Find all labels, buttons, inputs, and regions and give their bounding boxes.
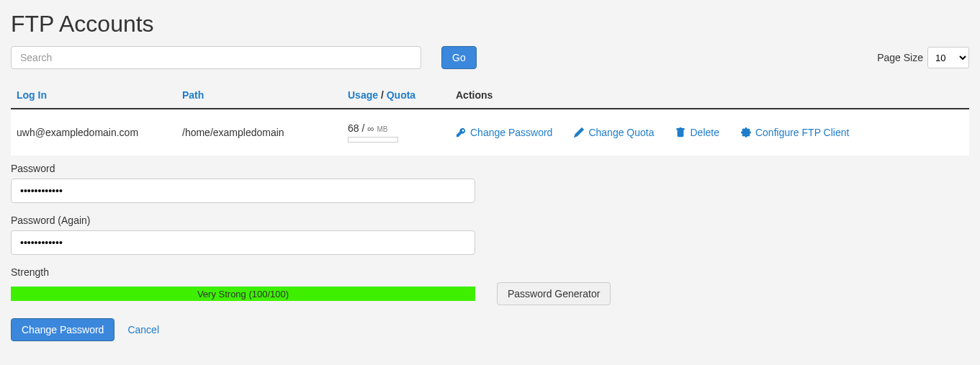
delete-link[interactable]: Delete [675,127,719,138]
go-button[interactable]: Go [441,46,477,69]
cell-usage: 68 / ∞ MB [342,109,450,156]
cancel-link[interactable]: Cancel [127,324,159,335]
change-password-link[interactable]: Change Password [456,127,552,138]
search-row: Go Page Size 10 [11,46,969,69]
key-icon [456,127,466,138]
column-header-login[interactable]: Log In [17,89,47,101]
password-field[interactable] [11,179,475,203]
page-size-control: Page Size 10 [877,47,969,68]
page-size-select[interactable]: 10 [927,47,969,68]
change-password-button[interactable]: Change Password [11,318,114,341]
cell-path: /home/exampledomain [176,109,342,156]
password-again-field[interactable] [11,230,475,255]
password-generator-button[interactable]: Password Generator [497,282,611,305]
gear-icon [741,127,751,138]
strength-bar: Very Strong (100/100) [11,287,475,301]
change-password-form: Password Password (Again) Strength Very … [11,163,969,341]
password-again-label: Password (Again) [11,215,969,226]
page-title: FTP Accounts [11,11,969,37]
search-input[interactable] [11,46,421,69]
page-size-label: Page Size [877,52,923,63]
column-header-actions: Actions [450,84,969,109]
configure-ftp-link[interactable]: Configure FTP Client [741,127,849,138]
pencil-icon [574,127,584,138]
table-row: uwh@exampledomain.com /home/exampledomai… [11,109,969,156]
usage-bar [348,137,398,143]
password-label: Password [11,163,969,174]
ftp-accounts-table: Log In Path Usage / Quota Actions uwh@ex… [11,84,969,156]
strength-label: Strength [11,266,969,278]
cell-actions: Change Password Change Quota Delete [450,109,969,156]
column-header-quota[interactable]: Quota [387,89,415,101]
change-quota-link[interactable]: Change Quota [574,127,654,138]
column-header-usage[interactable]: Usage [348,89,378,101]
trash-icon [675,127,685,138]
column-header-path[interactable]: Path [182,89,204,101]
cell-login: uwh@exampledomain.com [11,109,176,156]
